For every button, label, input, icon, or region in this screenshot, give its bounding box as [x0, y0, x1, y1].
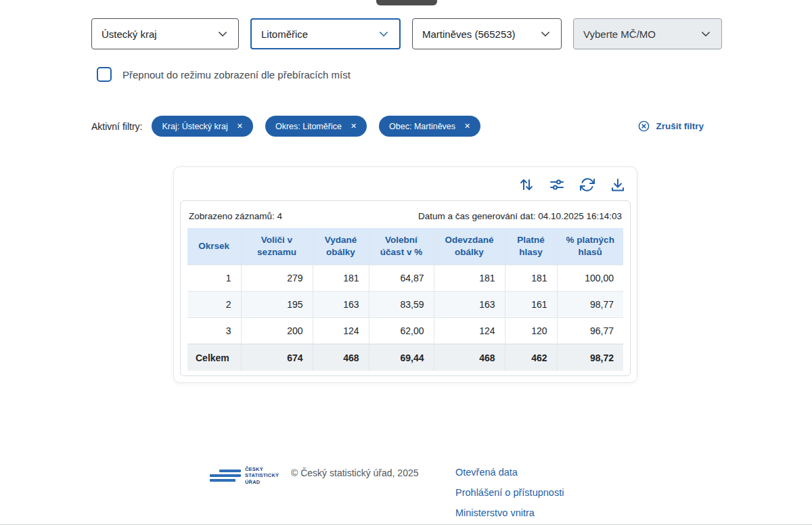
table-header-row: OkrsekVoliči v seznamuVydané obálkyVoleb… [187, 228, 623, 265]
table-cell: 2 [187, 292, 241, 318]
table-cell: 674 [241, 344, 313, 371]
table-cell: 468 [434, 344, 505, 371]
chip-close-icon[interactable]: ✕ [351, 122, 357, 130]
table-container: Zobrazeno záznamů: 4 Datum a čas generov… [180, 200, 631, 376]
table-toolbar [518, 177, 626, 193]
column-header: Volební účast v % [369, 228, 434, 265]
logo-text-line: ČESKÝ [245, 466, 279, 472]
table-cell: 96,77 [557, 318, 623, 344]
municipality-select-value: Martiněves (565253) [422, 28, 516, 40]
region-select[interactable]: Ústecký kraj [91, 18, 239, 49]
filter-chip[interactable]: Kraj: Ústecký kraj✕ [152, 116, 252, 137]
clear-filters-label: Zrušit filtry [656, 121, 704, 131]
logo-text: ČESKÝSTATISTICKÝÚŘAD [245, 466, 279, 485]
filter-selects-row: Ústecký kraj Litoměřice Martiněves (5652… [91, 18, 722, 49]
table-cell: 200 [241, 318, 313, 344]
table-cell: 83,59 [369, 292, 434, 318]
table-cell: 62,00 [369, 318, 434, 344]
table-cell: 64,87 [369, 265, 434, 292]
table-cell: 163 [313, 292, 369, 318]
table-cell: 462 [505, 344, 557, 371]
table-cell: 1 [187, 265, 241, 292]
column-header: Voliči v seznamu [241, 228, 313, 265]
active-filters-row: Aktivní filtry: Kraj: Ústecký kraj✕Okres… [91, 116, 704, 137]
transfer-mode-label: Přepnout do režimu zobrazení dle přebíra… [122, 69, 351, 81]
sort-icon[interactable] [518, 177, 535, 193]
chip-close-icon[interactable]: ✕ [237, 122, 243, 130]
district-select[interactable]: Litoměřice [250, 18, 401, 49]
table-row: 219516383,5916316198,77 [187, 292, 623, 318]
region-select-value: Ústecký kraj [102, 28, 157, 40]
table-cell: 124 [313, 318, 369, 344]
table-cell: 163 [434, 292, 505, 318]
table-cell: 120 [505, 318, 557, 344]
footer-link[interactable]: Ministerstvo vnitra [455, 507, 564, 518]
chevron-down-icon [539, 28, 551, 40]
chip-label: Kraj: Ústecký kraj [162, 122, 227, 131]
table-total-row: Celkem67446869,4446846298,72 [187, 344, 623, 371]
table-cell: Celkem [187, 344, 241, 371]
footer-link[interactable]: Prohlášení o přístupnosti [455, 487, 564, 498]
chip-label: Obec: Martiněves [389, 122, 455, 131]
column-header: Okrsek [187, 228, 241, 265]
footer-copyright: © Český statistický úřad, 2025 [291, 467, 419, 478]
filter-chip[interactable]: Okres: Litoměřice✕ [265, 116, 367, 137]
sliders-icon[interactable] [549, 177, 565, 193]
column-header: Odevzdané obálky [434, 228, 505, 265]
download-icon[interactable] [610, 177, 626, 193]
csu-logo-bars [210, 470, 241, 482]
table-cell: 181 [434, 265, 505, 292]
records-count-label: Zobrazeno záznamů: 4 [189, 211, 282, 221]
active-filter-chips: Kraj: Ústecký kraj✕Okres: Litoměřice✕Obe… [152, 116, 480, 137]
chevron-down-icon [700, 28, 712, 40]
city-part-select[interactable]: Vyberte MČ/MO [573, 18, 722, 49]
table-cell: 98,77 [557, 292, 623, 318]
table-cell: 195 [241, 292, 313, 318]
transfer-mode-row: Přepnout do režimu zobrazení dle přebíra… [97, 67, 351, 82]
logo-text-line: ÚŘAD [245, 479, 279, 485]
page: Ústecký kraj Litoměřice Martiněves (5652… [0, 0, 812, 525]
city-part-select-value: Vyberte MČ/MO [583, 28, 656, 40]
transfer-mode-checkbox[interactable] [97, 67, 112, 82]
municipality-select[interactable]: Martiněves (565253) [412, 18, 562, 49]
logo-text-line: STATISTICKÝ [245, 472, 279, 478]
table-cell: 181 [313, 265, 369, 292]
column-header: % platných hlasů [557, 228, 623, 265]
chevron-down-icon [217, 28, 229, 40]
chip-close-icon[interactable]: ✕ [464, 122, 470, 130]
active-filters-label: Aktivní filtry: [91, 121, 142, 132]
table-info-row: Zobrazeno záznamů: 4 Datum a čas generov… [187, 208, 623, 223]
circle-close-icon [637, 120, 650, 133]
table-cell: 124 [434, 318, 505, 344]
table-cell: 69,44 [369, 344, 434, 371]
csu-logo: ČESKÝSTATISTICKÝÚŘAD [210, 466, 279, 485]
table-cell: 98,72 [557, 344, 623, 371]
clear-filters-button[interactable]: Zrušit filtry [637, 120, 704, 133]
results-card: Zobrazeno záznamů: 4 Datum a čas generov… [173, 166, 637, 383]
chip-label: Okres: Litoměřice [275, 122, 342, 131]
footer-link[interactable]: Otevřená data [455, 467, 564, 478]
refresh-icon[interactable] [579, 177, 595, 193]
footer-links: Otevřená dataProhlášení o přístupnostiMi… [455, 467, 564, 518]
generated-datetime-label: Datum a čas generování dat: 04.10.2025 1… [418, 211, 622, 221]
results-table: OkrsekVoliči v seznamuVydané obálkyVoleb… [187, 228, 623, 371]
district-select-value: Litoměřice [261, 28, 308, 40]
table-row: 127918164,87181181100,00 [187, 265, 623, 292]
table-cell: 468 [313, 344, 369, 371]
column-header: Vydané obálky [313, 228, 369, 265]
table-cell: 161 [505, 292, 557, 318]
column-header: Platné hlasy [505, 228, 557, 265]
top-partial-element [376, 0, 437, 5]
table-cell: 100,00 [557, 265, 623, 292]
chevron-down-icon [378, 28, 390, 40]
table-body: 127918164,87181181100,00219516383,591631… [187, 265, 623, 371]
filter-chip[interactable]: Obec: Martiněves✕ [379, 116, 480, 137]
table-cell: 181 [505, 265, 557, 292]
table-cell: 3 [187, 318, 241, 344]
table-cell: 279 [241, 265, 313, 292]
table-row: 320012462,0012412096,77 [187, 318, 623, 344]
